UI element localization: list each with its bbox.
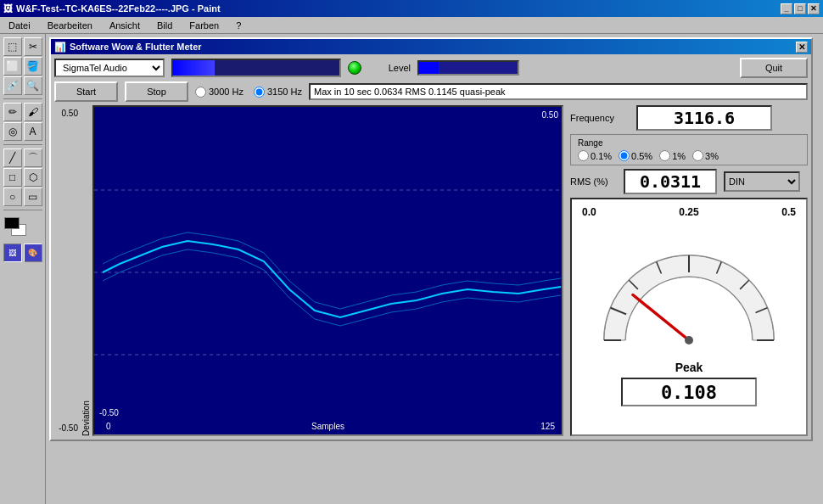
- frequency-row: Frequency 3116.6: [570, 105, 808, 131]
- gauge-needle: [633, 295, 689, 340]
- level-bar-fill: [419, 62, 439, 74]
- stop-button[interactable]: Stop: [125, 81, 188, 102]
- menu-farben[interactable]: Farben: [184, 19, 224, 32]
- status-led: [348, 61, 361, 75]
- quit-button[interactable]: Quit: [740, 58, 808, 78]
- radio-3150hz-label: 3150 Hz: [267, 87, 302, 97]
- range-3[interactable]: 3%: [692, 150, 719, 161]
- minimize-button[interactable]: _: [781, 3, 792, 14]
- range-3-label: 3%: [705, 151, 719, 161]
- tool-brush[interactable]: 🖌: [24, 103, 42, 121]
- tool-separator-2: [3, 144, 42, 145]
- range-01[interactable]: 0.1%: [578, 150, 612, 161]
- tool-curve[interactable]: ⌒: [24, 148, 42, 167]
- graph-row: Deviation: [80, 105, 563, 436]
- tool-text[interactable]: A: [24, 122, 42, 141]
- radio-3150hz[interactable]: 3150 Hz: [254, 87, 302, 98]
- gauge-labels: 0.0 0.25 0.5: [575, 206, 803, 218]
- paint-toolbar: ⬚ ✂ ⬜ 🪣 💉 🔍 ✏ 🖌 ◎ A ╱ ⌒: [0, 34, 46, 504]
- tool-line[interactable]: ╱: [3, 148, 22, 167]
- signal-level-bar: [171, 59, 341, 77]
- tool-rect[interactable]: □: [3, 168, 22, 187]
- menu-bearbeiten[interactable]: Bearbeiten: [42, 19, 98, 32]
- y-axis-label-text: Deviation: [81, 400, 91, 436]
- graph-wrapper: 0.50 -0.50 Deviation: [54, 105, 563, 436]
- range-1[interactable]: 1%: [659, 150, 686, 161]
- tool-eraser[interactable]: ⬜: [3, 57, 22, 76]
- menu-ansicht[interactable]: Ansicht: [104, 19, 145, 32]
- tool-custom-2[interactable]: 🎨: [24, 244, 42, 262]
- range-1-input[interactable]: [659, 150, 670, 161]
- range-01-input[interactable]: [578, 150, 589, 161]
- signal-level-fill: [173, 60, 215, 76]
- din-select[interactable]: DIN: [724, 171, 800, 192]
- menu-help[interactable]: ?: [231, 19, 246, 32]
- tool-row-4: ✏ 🖌: [3, 103, 42, 121]
- tool-row-6: ╱ ⌒: [3, 148, 42, 167]
- tool-pencil[interactable]: ✏: [3, 103, 22, 121]
- menu-bild[interactable]: Bild: [152, 19, 177, 32]
- app-window: 📊 Software Wow & Flutter Meter ✕ SigmaTe…: [49, 37, 813, 441]
- tool-row-2: ⬜ 🪣: [3, 57, 42, 76]
- gauge-pivot: [685, 336, 693, 344]
- rms-value: 0.0311: [624, 169, 717, 194]
- tool-select-free[interactable]: ✂: [24, 37, 42, 56]
- gauge-label-left: 0.0: [582, 206, 596, 218]
- tool-polygon[interactable]: ⬡: [24, 168, 42, 187]
- graph-top-label: 0.50: [542, 110, 558, 120]
- rms-row: RMS (%) 0.0311 DIN: [570, 169, 808, 194]
- tool-row-3: 💉 🔍: [3, 76, 42, 95]
- top-controls: SigmaTel Audio Level Quit: [54, 58, 808, 78]
- right-panel: Frequency 3116.6 Range 0.1%: [570, 105, 808, 436]
- tool-row-8: ○ ▭: [3, 188, 42, 206]
- gauge-svg: [587, 221, 791, 357]
- y-label-top: 0.50: [56, 109, 78, 118]
- tool-airbrush[interactable]: ◎: [3, 122, 22, 141]
- device-select[interactable]: SigmaTel Audio: [54, 59, 165, 77]
- gauge-container: 0.0 0.25 0.5: [570, 198, 808, 436]
- tool-zoom[interactable]: 🔍: [24, 76, 42, 95]
- app-title-label: Software Wow & Flutter Meter: [70, 42, 202, 52]
- maximize-button[interactable]: □: [794, 3, 806, 14]
- tool-select-rect[interactable]: ⬚: [3, 37, 22, 56]
- range-05[interactable]: 0.5%: [619, 150, 652, 161]
- menu-datei[interactable]: Datei: [3, 19, 36, 32]
- gauge-label-right: 0.5: [781, 206, 796, 218]
- tool-rounded-rect[interactable]: ▭: [24, 188, 42, 206]
- tool-separator-1: [3, 98, 42, 99]
- menubar: Datei Bearbeiten Ansicht Bild Farben ?: [0, 17, 823, 34]
- controls-row2: Start Stop 3000 Hz 3150 Hz: [54, 81, 808, 102]
- paint-titlebar: 🖼 W&F-Test--TC-KA6ES--22Feb22----.JPG - …: [0, 0, 823, 17]
- range-label: Range: [578, 138, 800, 148]
- frequency-radio-group: 3000 Hz 3150 Hz: [195, 87, 302, 98]
- tool-row-5: ◎ A: [3, 122, 42, 141]
- gauge-label-mid: 0.25: [679, 206, 698, 218]
- close-button[interactable]: ✕: [808, 3, 820, 14]
- range-section: Range 0.1% 0.5%: [570, 134, 808, 165]
- app-title-text: 📊 Software Wow & Flutter Meter: [54, 42, 202, 53]
- frequency-value: 3116.6: [636, 105, 772, 131]
- main-content: 0.50 -0.50 Deviation: [54, 105, 808, 436]
- tool-fill[interactable]: 🪣: [24, 57, 42, 76]
- app-close-button[interactable]: ✕: [796, 42, 808, 53]
- tool-row-image-1: 🖼 🎨: [3, 244, 42, 262]
- status-text: Max in 10 sec 0.0634 RMS 0.1145 quasi-pe…: [309, 83, 808, 100]
- range-05-input[interactable]: [619, 150, 630, 161]
- radio-3000hz-input[interactable]: [195, 87, 206, 98]
- tool-custom-1[interactable]: 🖼: [3, 244, 22, 262]
- graph-x-label: Samples: [311, 422, 344, 431]
- range-3-input[interactable]: [692, 150, 703, 161]
- y-label-bottom: -0.50: [56, 423, 78, 433]
- start-button[interactable]: Start: [54, 81, 118, 102]
- canvas-area: 📊 Software Wow & Flutter Meter ✕ SigmaTe…: [46, 34, 823, 504]
- paint-title-text: 🖼 W&F-Test--TC-KA6ES--22Feb22----.JPG - …: [3, 3, 221, 14]
- radio-3150hz-input[interactable]: [254, 87, 265, 98]
- tool-separator-3: [3, 210, 42, 210]
- graph-bottom-label: -0.50: [99, 408, 119, 417]
- range-options: 0.1% 0.5% 1%: [578, 150, 800, 161]
- color-preview: [4, 217, 42, 236]
- radio-3000hz[interactable]: 3000 Hz: [195, 87, 244, 98]
- color-foreground[interactable]: [4, 217, 20, 229]
- tool-eyedropper[interactable]: 💉: [3, 76, 22, 95]
- tool-ellipse[interactable]: ○: [3, 188, 22, 206]
